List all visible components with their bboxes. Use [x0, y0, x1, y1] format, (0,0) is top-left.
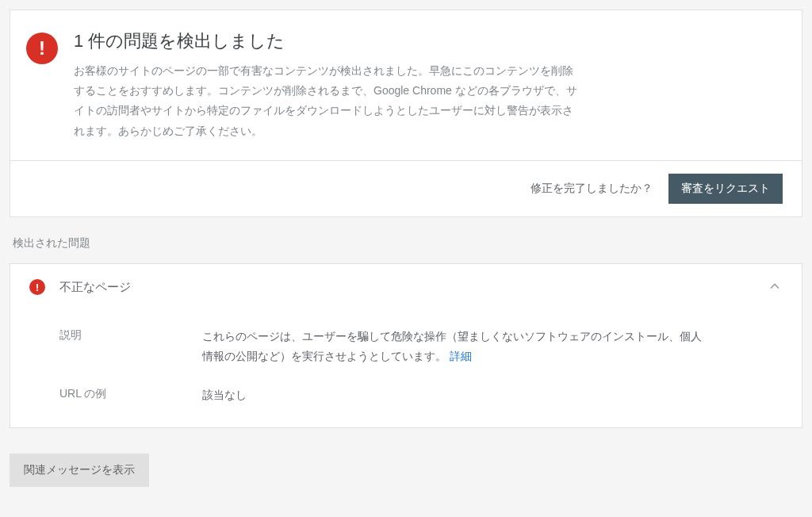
- description-row: 説明 これらのページは、ユーザーを騙して危険な操作（望ましくないソフトウェアのイ…: [59, 327, 783, 366]
- request-review-button[interactable]: 審査をリクエスト: [668, 174, 783, 204]
- url-example-row: URL の例 該当なし: [59, 385, 783, 405]
- alert-body: ! 1 件の問題を検出しました お客様のサイトのページの一部で有害なコンテンツが…: [10, 10, 802, 160]
- details-link[interactable]: 詳細: [450, 350, 472, 362]
- alert-text-block: 1 件の問題を検出しました お客様のサイトのページの一部で有害なコンテンツが検出…: [74, 29, 581, 141]
- error-icon: !: [29, 279, 45, 295]
- url-example-value: 該当なし: [202, 385, 247, 405]
- chevron-up-icon: [767, 278, 783, 297]
- alert-title: 1 件の問題を検出しました: [74, 29, 581, 53]
- issue-accordion-body: 説明 これらのページは、ユーザーを騙して危険な操作（望ましくないソフトウェアのイ…: [10, 311, 802, 428]
- issue-card: ! 不正なページ 説明 これらのページは、ユーザーを騙して危険な操作（望ましくな…: [10, 263, 802, 429]
- url-example-label: URL の例: [59, 385, 202, 401]
- issue-accordion-header[interactable]: ! 不正なページ: [10, 264, 802, 311]
- error-icon: !: [26, 33, 58, 64]
- issue-title: 不正なページ: [59, 280, 753, 295]
- show-related-messages-button[interactable]: 関連メッセージを表示: [10, 454, 149, 487]
- alert-description: お客様のサイトのページの一部で有害なコンテンツが検出されました。早急にこのコンテ…: [74, 61, 581, 141]
- alert-card: ! 1 件の問題を検出しました お客様のサイトのページの一部で有害なコンテンツが…: [10, 10, 802, 217]
- detected-issues-heading: 検出された問題: [13, 236, 802, 251]
- fix-prompt-label: 修正を完了しましたか？: [530, 182, 653, 196]
- alert-footer: 修正を完了しましたか？ 審査をリクエスト: [10, 160, 802, 216]
- description-label: 説明: [59, 327, 202, 343]
- description-value: これらのページは、ユーザーを騙して危険な操作（望ましくないソフトウェアのインスト…: [202, 327, 710, 366]
